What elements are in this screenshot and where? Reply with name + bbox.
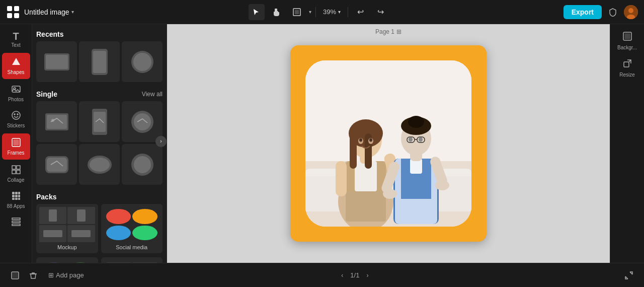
export-button[interactable]: Export (564, 5, 602, 19)
design-frame[interactable] (290, 45, 487, 242)
svg-rect-47 (47, 158, 67, 172)
background-button[interactable]: Backgr... (613, 28, 641, 53)
svg-rect-17 (12, 166, 16, 169)
svg-rect-1 (14, 6, 19, 11)
svg-rect-92 (624, 62, 629, 67)
page-label-text: Page 1 (375, 28, 394, 35)
svg-rect-43 (94, 112, 106, 132)
svg-rect-28 (15, 198, 18, 200)
bottom-left: ⊞ Add page (8, 268, 88, 282)
grid-nav-arrow[interactable]: › (155, 136, 167, 147)
photos-icon (11, 84, 21, 96)
mockup-cell-1 (39, 207, 66, 224)
sidebar-item-frames[interactable]: Frames (2, 133, 30, 160)
expand-button[interactable] (622, 268, 636, 282)
frame-item-1[interactable] (36, 101, 77, 142)
sidebar-item-shapes[interactable]: Shapes (2, 53, 30, 79)
frame-item-6[interactable] (122, 144, 163, 185)
mockup-thumb (39, 207, 95, 242)
zoom-value: 39% (323, 8, 336, 16)
svg-point-88 (409, 137, 413, 142)
topbar-center: ▾ 39% ▾ ↩ ↪ (80, 4, 557, 20)
zoom-control[interactable]: 39% ▾ (320, 6, 344, 18)
svg-rect-91 (625, 34, 630, 39)
sidebar-item-collage[interactable]: Collage (2, 162, 30, 186)
sidebar-item-more[interactable] (2, 214, 30, 232)
svg-point-49 (90, 158, 110, 172)
svg-rect-16 (14, 140, 19, 145)
sidebar-item-photos[interactable]: Photos (2, 81, 30, 105)
svg-rect-27 (12, 198, 15, 200)
mockup-cell-3 (39, 225, 66, 242)
apps-icon (11, 191, 21, 202)
frame-item-5[interactable] (79, 144, 120, 185)
recent-item-1[interactable] (36, 41, 77, 82)
svg-point-71 (359, 138, 362, 142)
hand-tool-button[interactable] (269, 4, 285, 20)
svg-rect-5 (295, 10, 299, 14)
svg-point-89 (419, 137, 423, 142)
logo-icon[interactable] (6, 5, 20, 19)
frame-item-4[interactable] (36, 144, 77, 185)
stickers-icon (11, 110, 21, 122)
svg-rect-23 (18, 192, 20, 194)
svg-rect-25 (15, 195, 18, 197)
recents-header: Recents (36, 28, 163, 41)
svg-point-14 (17, 114, 18, 115)
social-media-label: Social media (104, 244, 160, 250)
frames-icon (11, 137, 21, 149)
svg-rect-18 (17, 166, 20, 169)
add-page-label: Add page (56, 271, 84, 279)
bottom-pack-row (36, 257, 163, 263)
sidebar-item-text[interactable]: T Text (2, 28, 30, 51)
canvas-area: Page 1 ⊞ (167, 24, 610, 263)
sidebar-item-frames-label: Frames (8, 150, 25, 156)
sidebar-icons: T Text Shapes Photos Stickers (0, 24, 32, 263)
mockup-pack[interactable]: Mockup (36, 204, 98, 253)
svg-rect-30 (12, 218, 20, 220)
main: T Text Shapes Photos Stickers (0, 24, 644, 263)
pack-item-4[interactable] (101, 257, 163, 263)
pack-item-3[interactable] (36, 257, 98, 263)
file-title[interactable]: Untitled image ▾ (24, 8, 74, 16)
page-options-icon[interactable]: ⊞ (396, 28, 401, 35)
frame-item-2[interactable] (79, 101, 120, 142)
recents-grid (36, 41, 163, 82)
background-icon (622, 31, 632, 44)
mockup-label: Mockup (39, 244, 95, 250)
delete-page-button[interactable] (26, 268, 40, 282)
recent-item-2[interactable] (79, 41, 120, 82)
svg-point-41 (51, 119, 54, 122)
resize-button[interactable]: Resize (613, 55, 641, 81)
svg-rect-22 (15, 192, 18, 194)
frame-item-3[interactable] (122, 101, 163, 142)
recent-item-3[interactable] (122, 41, 163, 82)
social-media-pack[interactable]: Social media (101, 204, 163, 253)
shield-icon[interactable] (606, 5, 620, 19)
next-page-button[interactable]: › (361, 269, 373, 281)
undo-button[interactable]: ↩ (352, 4, 368, 20)
bottom-center: ‹ 1/1 › (336, 269, 373, 281)
circle-3 (106, 226, 131, 241)
canvas-content[interactable] (167, 24, 610, 263)
recents-title: Recents (36, 30, 63, 38)
avatar[interactable] (624, 5, 638, 19)
bottom-toolbar: ⊞ Add page ‹ 1/1 › (0, 263, 644, 287)
resize-label: Resize (619, 72, 635, 78)
add-page-icon: ⊞ (48, 271, 54, 279)
view-all-link[interactable]: View all (142, 91, 163, 98)
chevron-frame-icon[interactable]: ▾ (309, 9, 311, 15)
svg-point-79 (383, 189, 397, 199)
prev-page-button[interactable]: ‹ (336, 269, 348, 281)
page-settings-button[interactable] (8, 268, 22, 282)
svg-point-84 (408, 116, 424, 128)
bottom-packs (36, 257, 163, 263)
frame-tool-button[interactable] (289, 4, 305, 20)
sidebar-item-apps[interactable]: 88 Apps (2, 188, 30, 212)
redo-button[interactable]: ↪ (372, 4, 388, 20)
select-tool-button[interactable] (249, 4, 265, 20)
circle-4 (132, 226, 157, 241)
sidebar-item-stickers[interactable]: Stickers (2, 107, 30, 131)
svg-rect-36 (93, 51, 106, 73)
add-page-button[interactable]: ⊞ Add page (44, 269, 88, 281)
